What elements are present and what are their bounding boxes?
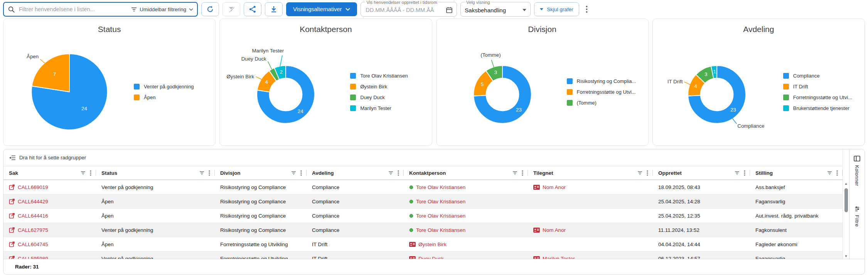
- contact-card-icon: [533, 185, 540, 190]
- sak-link[interactable]: CALL669019: [18, 184, 48, 190]
- immediate-filter-dropdown[interactable]: Umiddelbar filtrering: [131, 7, 193, 12]
- clear-filter-button[interactable]: [222, 2, 240, 16]
- external-link-icon[interactable]: [9, 198, 15, 204]
- tab-kolonner[interactable]: Kolonner: [854, 155, 860, 186]
- legend-item-risikostyring-og-compliance[interactable]: Risikostyring og Complia...: [567, 78, 636, 84]
- column-menu-icon[interactable]: [836, 170, 838, 176]
- calendar-icon[interactable]: [446, 7, 453, 14]
- person-link[interactable]: Tore Olav Kristiansen: [416, 199, 465, 204]
- legend-item-ystein-birk[interactable]: Øystein Birk: [350, 84, 408, 90]
- stilling-cell: Ass.banksjef: [750, 180, 843, 194]
- column-filter-icon[interactable]: [291, 171, 296, 175]
- table-row[interactable]: CALL644416ÅpenRisikostyring og Complianc…: [3, 209, 843, 223]
- column-header-status[interactable]: Status: [96, 166, 215, 179]
- legend-item-tore-olav-kristiansen[interactable]: Tore Olav Kristiansen: [350, 73, 408, 79]
- scroll-down-icon[interactable]: ▼: [844, 253, 848, 259]
- sak-cell: CALL604745: [3, 237, 96, 251]
- column-filter-icon[interactable]: [637, 171, 642, 175]
- legend-item-marilyn-tester[interactable]: Marilyn Tester: [350, 105, 408, 111]
- person-link[interactable]: Nom Anor: [543, 227, 566, 233]
- hide-charts-button[interactable]: Skjul grafer: [534, 2, 579, 16]
- legend-item-duey-duck[interactable]: Duey Duck: [350, 95, 408, 100]
- legend-swatch: [350, 73, 356, 79]
- column-menu-icon[interactable]: [209, 170, 210, 176]
- vertical-scrollbar[interactable]: ▲ ▼: [843, 149, 849, 259]
- legend-swatch: [783, 73, 789, 79]
- row-group-drop-bar[interactable]: Dra hit for å sette radgrupper: [3, 149, 843, 166]
- sak-link[interactable]: CALL595989: [18, 256, 48, 259]
- column-menu-icon[interactable]: [647, 170, 648, 176]
- table-row[interactable]: CALL644429ÅpenRisikostyring og Complianc…: [3, 194, 843, 209]
- table-row[interactable]: CALL669019Venter på godkjenningRisikosty…: [3, 180, 843, 194]
- view-options-button[interactable]: Visningsalternativer: [286, 2, 357, 16]
- legend-item-it-drift[interactable]: IT Drift: [783, 84, 852, 90]
- scroll-up-icon[interactable]: ▲: [844, 181, 848, 186]
- table-row[interactable]: CALL604745ÅpenForretningsstøtte og Utvik…: [3, 237, 843, 252]
- kontaktperson-cell: Tore Olav Kristiansen: [404, 209, 528, 223]
- callout-line: [491, 60, 494, 67]
- legend-item-forretningsst-tte-og-utvikling[interactable]: Forretningsstøtte og Utvi...: [567, 89, 636, 95]
- column-filter-icon[interactable]: [827, 171, 832, 175]
- legend-item-brukerst-ttende-tjenester[interactable]: Brukerstøttende tjenester: [783, 105, 852, 111]
- tab-filtre[interactable]: Filtre: [854, 206, 860, 227]
- person-link[interactable]: Tore Olav Kristiansen: [416, 213, 465, 219]
- kebab-menu-icon[interactable]: [583, 5, 591, 13]
- opprettet-cell: 25.04.2025, 14:28: [653, 194, 750, 208]
- column-header-divisjon[interactable]: Divisjon: [215, 166, 307, 179]
- legend-swatch: [134, 84, 140, 90]
- person-link[interactable]: Tore Olav Kristiansen: [416, 227, 465, 233]
- view-select-field[interactable]: Velg visning Saksbehandling: [460, 0, 531, 17]
- legend-item-tomme[interactable]: (Tomme): [567, 100, 636, 106]
- sak-link[interactable]: CALL627975: [18, 227, 48, 233]
- column-filter-icon[interactable]: [388, 171, 393, 175]
- column-header-avdeling[interactable]: Avdeling: [307, 166, 404, 179]
- status-cell: Åpen: [96, 237, 215, 251]
- tilegnet-cell: [528, 209, 653, 223]
- legend-item-compliance[interactable]: Compliance: [783, 73, 852, 79]
- external-link-icon[interactable]: [9, 255, 15, 259]
- slice-value: 23: [730, 107, 736, 113]
- external-link-icon[interactable]: [9, 184, 15, 190]
- scrollbar-thumb[interactable]: [844, 188, 848, 212]
- column-header-opprettet[interactable]: Opprettet: [653, 166, 750, 179]
- legend-item-venter-p-godkjenning[interactable]: Venter på godkjenning: [134, 84, 194, 90]
- sak-link[interactable]: CALL604745: [18, 242, 48, 247]
- column-menu-icon[interactable]: [398, 170, 399, 176]
- column-filter-icon[interactable]: [735, 171, 740, 175]
- sak-link[interactable]: CALL644429: [18, 199, 48, 204]
- person-link[interactable]: Marilyn Tester: [543, 256, 575, 259]
- person-link[interactable]: Tore Olav Kristiansen: [416, 184, 465, 190]
- column-filter-icon[interactable]: [199, 171, 204, 175]
- search-input[interactable]: [18, 6, 128, 13]
- person-link[interactable]: Duey Duck: [418, 256, 444, 259]
- table-row[interactable]: CALL627975Venter på godkjenningRisikosty…: [3, 223, 843, 237]
- date-range-field[interactable]: Vis henvendelser opprettet i tidsrom: [361, 0, 457, 17]
- refresh-button[interactable]: [201, 2, 219, 16]
- legend-item-forretningsst-tte-og-utvikling[interactable]: Forretningsstøtte og Utvi...: [783, 95, 852, 100]
- column-header-tilegnet[interactable]: Tilegnet: [528, 166, 653, 179]
- legend-item-pen[interactable]: Åpen: [134, 95, 194, 100]
- column-menu-icon[interactable]: [744, 170, 745, 176]
- download-button[interactable]: [265, 2, 283, 16]
- person-link[interactable]: Øystein Birk: [418, 242, 447, 247]
- share-button[interactable]: [244, 2, 261, 16]
- column-menu-icon[interactable]: [300, 170, 302, 176]
- column-header-sak[interactable]: Sak: [3, 166, 96, 179]
- external-link-icon[interactable]: [9, 213, 15, 219]
- search-box[interactable]: Umiddelbar filtrering: [3, 2, 198, 17]
- column-filter-icon[interactable]: [81, 171, 86, 175]
- column-menu-icon[interactable]: [522, 170, 523, 176]
- column-header-stilling[interactable]: Stilling: [750, 166, 843, 179]
- table-row[interactable]: CALL595989Venter på godkjenningForretnin…: [3, 252, 843, 259]
- column-menu-icon[interactable]: [90, 170, 91, 176]
- external-link-icon[interactable]: [9, 241, 15, 247]
- date-range-input[interactable]: [365, 7, 435, 14]
- chart-title-avdeling: Avdeling: [653, 19, 865, 38]
- column-header-kontaktperson[interactable]: Kontaktperson: [404, 166, 528, 179]
- person-link[interactable]: Nom Anor: [543, 184, 566, 190]
- status-chart: 247Åpen: [6, 39, 133, 144]
- sak-link[interactable]: CALL644416: [18, 213, 48, 219]
- column-filter-icon[interactable]: [512, 171, 517, 175]
- external-link-icon[interactable]: [9, 227, 15, 233]
- kontaktperson-cell: Øystein Birk: [404, 237, 528, 251]
